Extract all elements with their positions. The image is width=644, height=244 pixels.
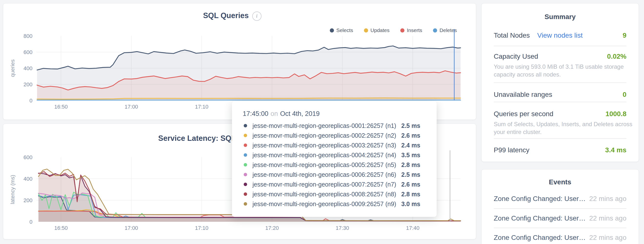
event-divider: [494, 208, 626, 209]
node-name: jesse-movr-multi-region-georeplicas-0002…: [252, 132, 401, 139]
queries-per-second-description: Sum of Selects, Updates, Inserts, and De…: [494, 120, 636, 136]
x-tick-label: 17:00: [125, 225, 138, 231]
node-latency-value: 2.5 ms: [401, 171, 420, 178]
total-nodes-value: 9: [622, 32, 626, 39]
capacity-used-description: You are using 593.0 MiB of 3.1 TiB usabl…: [494, 63, 636, 78]
tooltip-rows: jesse-movr-multi-region-georeplicas-0001…: [232, 121, 437, 209]
x-tick-label: 16:50: [54, 104, 68, 110]
event-time: 22 mins ago: [589, 195, 626, 203]
summary-row-total-nodes: Total Nodes View nodes list 9: [494, 32, 626, 39]
x-tick-label: 17:10: [195, 104, 208, 110]
summary-row-p99: P99 latency 3.4 ms: [494, 138, 626, 154]
event-row[interactable]: Zone Config Changed: User…22 mins ago: [494, 214, 626, 222]
node-color-dot-icon: [244, 124, 247, 127]
tooltip-row: jesse-movr-multi-region-georeplicas-0004…: [232, 150, 437, 160]
queries-per-second-label: Queries per second: [494, 110, 553, 118]
node-color-dot-icon: [244, 134, 247, 137]
node-name: jesse-movr-multi-region-georeplicas-0005…: [252, 161, 401, 168]
node-name: jesse-movr-multi-region-georeplicas-0003…: [252, 142, 401, 149]
event-label: Zone Config Changed: User…: [494, 214, 586, 222]
node-name: jesse-movr-multi-region-georeplicas-0008…: [252, 191, 401, 198]
node-latency-value: 3.5 ms: [401, 152, 420, 159]
queries-per-second-value: 1000.8: [606, 110, 626, 118]
capacity-used-value: 0.02%: [607, 53, 626, 60]
node-latency-value: 2.6 ms: [401, 132, 420, 139]
node-color-dot-icon: [244, 202, 247, 206]
total-nodes-label: Total Nodes: [494, 32, 530, 39]
x-tick-label: 16:50: [54, 225, 68, 231]
events-card: Events Zone Config Changed: User…22 mins…: [481, 169, 639, 244]
node-name: jesse-movr-multi-region-georeplicas-0001…: [252, 122, 401, 129]
node-name: jesse-movr-multi-region-georeplicas-0004…: [252, 152, 401, 159]
capacity-used-label: Capacity Used: [494, 53, 538, 60]
y-tick-label: 200: [24, 197, 32, 203]
node-color-dot-icon: [244, 163, 247, 167]
y-tick-label: 400: [24, 65, 32, 71]
y-axis-unit-label: latency (ms): [10, 175, 16, 204]
event-row[interactable]: Zone Config Changed: User…22 mins ago: [494, 195, 626, 203]
tooltip-row: jesse-movr-multi-region-georeplicas-0002…: [232, 131, 437, 140]
x-tick-label: 17:20: [266, 225, 279, 231]
node-latency-value: 2.8 ms: [401, 161, 420, 168]
unavailable-ranges-label: Unavailable ranges: [494, 91, 552, 98]
node-latency-value: 2.4 ms: [401, 142, 420, 149]
y-tick-label: 0: [30, 219, 32, 225]
node-color-dot-icon: [244, 144, 247, 147]
tooltip-row: jesse-movr-multi-region-georeplicas-0005…: [232, 160, 437, 170]
node-color-dot-icon: [244, 153, 247, 157]
summary-row-unavailable-ranges: Unavailable ranges 0: [494, 82, 626, 98]
summary-card: Summary Total Nodes View nodes list 9 Ca…: [481, 3, 639, 162]
tooltip-date: Oct 4th, 2019: [280, 110, 320, 117]
unavailable-ranges-value: 0: [622, 91, 626, 98]
chart-hover-tooltip: 17:45:00onOct 4th, 2019 jesse-movr-multi…: [232, 101, 437, 217]
tooltip-row: jesse-movr-multi-region-georeplicas-0008…: [232, 189, 437, 199]
summary-heading: Summary: [482, 13, 639, 21]
node-latency-value: 2.8 ms: [401, 191, 420, 198]
event-time: 22 mins ago: [589, 214, 626, 222]
node-color-dot-icon: [244, 173, 247, 176]
p99-latency-label: P99 latency: [494, 146, 529, 154]
node-name: jesse-movr-multi-region-georeplicas-0007…: [252, 181, 401, 188]
tooltip-time: 17:45:00: [243, 110, 268, 117]
x-tick-label: 17:30: [336, 225, 349, 231]
node-latency-value: 2.5 ms: [401, 122, 420, 129]
x-tick-label: 17:40: [406, 225, 419, 231]
x-tick-label: 17:10: [195, 225, 208, 231]
y-tick-label: 800: [24, 33, 32, 39]
node-color-dot-icon: [244, 183, 247, 186]
node-name: jesse-movr-multi-region-georeplicas-0006…: [252, 171, 401, 178]
node-latency-value: 3.0 ms: [401, 200, 420, 208]
y-tick-label: 600: [24, 49, 32, 55]
x-tick-label: 17:00: [125, 104, 138, 110]
tooltip-row: jesse-movr-multi-region-georeplicas-0003…: [232, 140, 437, 150]
y-axis-unit-label: queries: [10, 59, 16, 77]
tooltip-timestamp: 17:45:00onOct 4th, 2019: [243, 110, 320, 117]
tooltip-row: jesse-movr-multi-region-georeplicas-0009…: [232, 199, 437, 209]
y-tick-label: 0: [30, 97, 32, 104]
event-label: Zone Config Changed: User…: [494, 195, 586, 203]
node-name: jesse-movr-multi-region-georeplicas-0009…: [252, 200, 401, 208]
y-tick-label: 600: [24, 154, 32, 160]
summary-row-capacity: Capacity Used 0.02% You are using 593.0 …: [494, 46, 626, 78]
tooltip-row: jesse-movr-multi-region-georeplicas-0007…: [232, 179, 437, 189]
event-time: 22 mins ago: [589, 234, 626, 241]
tooltip-row: jesse-movr-multi-region-georeplicas-0006…: [232, 170, 437, 179]
p99-latency-value: 3.4 ms: [605, 146, 626, 154]
event-row[interactable]: Zone Config Changed: User…22 mins ago: [494, 234, 626, 241]
y-tick-label: 200: [24, 81, 32, 87]
tooltip-row: jesse-movr-multi-region-georeplicas-0001…: [232, 121, 437, 131]
tooltip-on-word: on: [270, 110, 278, 117]
event-label: Zone Config Changed: User…: [494, 234, 586, 241]
view-nodes-list-link[interactable]: View nodes list: [537, 32, 582, 39]
y-tick-label: 400: [24, 176, 32, 182]
summary-row-qps: Queries per second 1000.8 Sum of Selects…: [494, 102, 626, 136]
node-color-dot-icon: [244, 192, 247, 196]
node-latency-value: 2.6 ms: [401, 181, 420, 188]
events-heading: Events: [482, 178, 639, 186]
event-divider: [494, 228, 626, 228]
